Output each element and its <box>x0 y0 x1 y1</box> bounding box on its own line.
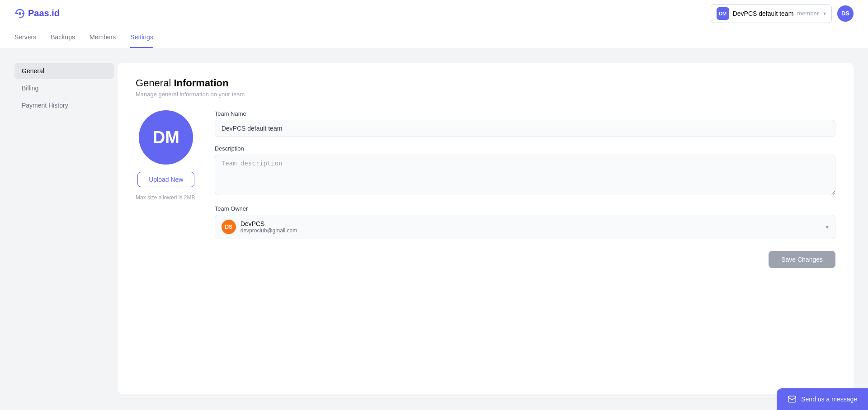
team-selector[interactable]: DM DevPCS default team member ▾ <box>711 4 832 23</box>
description-label: Description <box>215 145 835 152</box>
page-title: General Information <box>136 77 835 89</box>
title-bold: Information <box>174 77 228 89</box>
logo[interactable]: Paas.id <box>14 8 60 19</box>
logo-text: Paas.id <box>28 8 60 19</box>
sidebar-item-general[interactable]: General <box>14 63 114 79</box>
team-selector-avatar: DM <box>717 7 729 20</box>
main-nav: Servers Backups Members Settings <box>0 27 868 48</box>
save-changes-button[interactable]: Save Changes <box>769 251 835 268</box>
send-message-button[interactable]: Send us a message <box>777 388 868 410</box>
sidebar-item-billing[interactable]: Billing <box>14 80 114 96</box>
svg-point-0 <box>19 12 21 15</box>
team-selector-role: member <box>797 10 819 17</box>
user-avatar[interactable]: DS <box>837 5 854 22</box>
owner-label: Team Owner <box>215 205 835 212</box>
main-layout: General Billing Payment History General … <box>0 48 868 409</box>
team-name-label: Team Name <box>215 110 835 117</box>
sidebar-item-payment-history[interactable]: Payment History <box>14 97 114 113</box>
header: Paas.id DM DevPCS default team member ▾ … <box>0 0 868 27</box>
form-fields: Team Name Description Team Owner DS DevP… <box>215 110 835 268</box>
owner-name: DevPCS <box>241 220 297 227</box>
team-name-input[interactable] <box>215 120 835 137</box>
team-name-group: Team Name <box>215 110 835 137</box>
upload-new-button[interactable]: Upload New <box>137 172 194 187</box>
owner-chevron-icon: ▾ <box>826 223 829 231</box>
owner-group: Team Owner DS DevPCS devproclub@gmail.co… <box>215 205 835 239</box>
owner-left: DS DevPCS devproclub@gmail.com <box>222 220 297 234</box>
send-message-label: Send us a message <box>801 396 857 403</box>
logo-icon <box>14 8 25 19</box>
nav-item-settings[interactable]: Settings <box>130 27 153 48</box>
chevron-down-icon: ▾ <box>823 10 826 17</box>
team-avatar-large: DM <box>139 110 193 165</box>
message-icon <box>788 395 797 404</box>
form-body: DM Upload New Max size allowed is 2MB. T… <box>136 110 835 268</box>
description-input[interactable] <box>215 155 835 195</box>
content-area: General Information Manage general infor… <box>118 63 854 394</box>
header-right: DM DevPCS default team member ▾ DS <box>711 4 854 23</box>
upload-hint: Max size allowed is 2MB. <box>136 194 197 201</box>
team-selector-name: DevPCS default team <box>733 10 794 17</box>
page-subtitle: Manage general information on your team <box>136 91 835 98</box>
owner-dropdown[interactable]: DS DevPCS devproclub@gmail.com ▾ <box>215 215 835 239</box>
owner-info: DevPCS devproclub@gmail.com <box>241 220 297 234</box>
svg-rect-1 <box>788 396 796 402</box>
description-group: Description <box>215 145 835 197</box>
nav-item-members[interactable]: Members <box>90 27 116 48</box>
title-normal: General <box>136 77 174 89</box>
nav-item-servers[interactable]: Servers <box>14 27 36 48</box>
owner-email: devproclub@gmail.com <box>241 227 297 234</box>
avatar-section: DM Upload New Max size allowed is 2MB. <box>136 110 197 201</box>
owner-avatar: DS <box>222 220 236 234</box>
nav-item-backups[interactable]: Backups <box>51 27 75 48</box>
sidebar: General Billing Payment History <box>14 63 114 394</box>
